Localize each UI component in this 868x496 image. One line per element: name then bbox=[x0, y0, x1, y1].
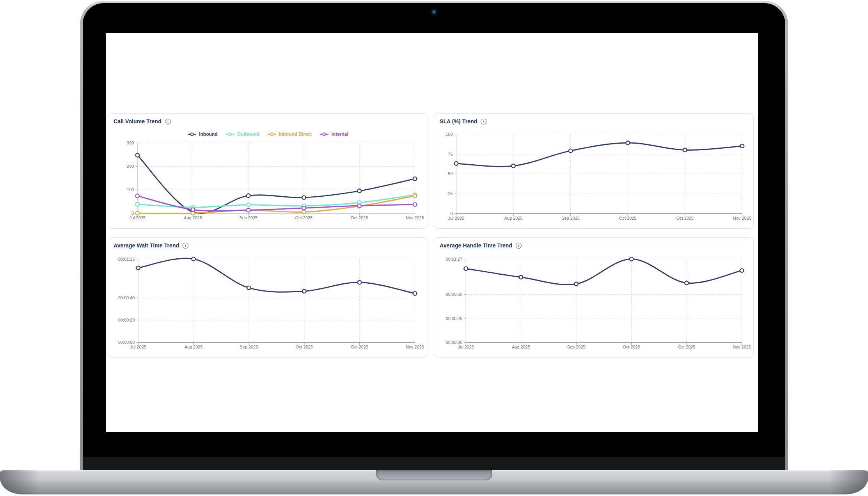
call-volume-trend-chart[interactable]: 0100200300Jul 2025Aug 2025Sep 2025Oct 20… bbox=[108, 114, 428, 228]
x-axis-label: Oct 2025 bbox=[678, 345, 695, 349]
info-icon[interactable]: i bbox=[183, 243, 188, 249]
data-point-marker[interactable] bbox=[413, 292, 417, 295]
data-point-marker[interactable] bbox=[302, 206, 306, 210]
data-point-marker[interactable] bbox=[136, 153, 140, 157]
chart-legend: Inbound Outbound Inbound Direct Internal bbox=[108, 132, 428, 137]
average-wait-time-trend-chart[interactable]: 00:00:0000:00:2000:00:4000:01:15Jul 2025… bbox=[108, 238, 428, 357]
y-axis-label: 300 bbox=[127, 140, 134, 145]
y-axis-label: 100 bbox=[127, 187, 134, 192]
info-icon[interactable]: i bbox=[481, 119, 486, 124]
y-axis-label: 75 bbox=[448, 152, 453, 156]
y-axis-label: 00:00:25 bbox=[446, 316, 462, 321]
data-point-marker[interactable] bbox=[569, 149, 573, 153]
data-point-marker[interactable] bbox=[464, 267, 468, 270]
data-point-marker[interactable] bbox=[357, 204, 361, 208]
y-axis-label: 00:00:00 bbox=[446, 340, 462, 345]
data-point-marker[interactable] bbox=[740, 268, 744, 272]
y-axis-label: 0 bbox=[450, 211, 453, 216]
x-axis-label: Oct 2025 bbox=[295, 215, 312, 220]
legend-label: Inbound bbox=[199, 132, 217, 137]
series-line bbox=[456, 143, 742, 167]
series-line bbox=[137, 155, 415, 213]
legend-line-marker-icon bbox=[320, 132, 329, 136]
sla-trend-chart[interactable]: 0255075100Jul 2025Aug 2025Sep 2025Oct 20… bbox=[434, 114, 753, 228]
x-axis-label: Nov 2025 bbox=[406, 345, 424, 349]
legend-line-marker-icon bbox=[225, 132, 235, 136]
data-point-marker[interactable] bbox=[511, 164, 515, 168]
data-point-marker[interactable] bbox=[683, 148, 687, 152]
x-axis-label: Sep 2025 bbox=[561, 216, 580, 220]
data-point-marker[interactable] bbox=[247, 286, 251, 290]
card-title: Average Wait Time Trend bbox=[114, 242, 179, 249]
series-line bbox=[138, 258, 415, 293]
y-axis-label: 100 bbox=[446, 132, 453, 137]
x-axis-label: Nov 2025 bbox=[733, 345, 751, 349]
data-point-marker[interactable] bbox=[519, 276, 523, 279]
data-point-marker[interactable] bbox=[136, 266, 140, 270]
x-axis-label: Oct 2025 bbox=[676, 216, 694, 220]
legend-item-internal[interactable]: Internal bbox=[320, 132, 348, 137]
card-title: Average Handle Time Trend bbox=[440, 242, 512, 249]
data-point-marker[interactable] bbox=[685, 281, 689, 285]
card-header: SLA (%) Trend i bbox=[440, 118, 486, 124]
data-point-marker[interactable] bbox=[192, 257, 195, 261]
data-point-marker[interactable] bbox=[357, 189, 361, 193]
data-point-marker[interactable] bbox=[626, 141, 630, 145]
x-axis-label: Aug 2025 bbox=[512, 345, 530, 349]
series-line bbox=[137, 196, 415, 213]
data-point-marker[interactable] bbox=[247, 203, 250, 207]
x-axis-label: Sep 2025 bbox=[567, 345, 586, 349]
data-point-marker[interactable] bbox=[191, 208, 195, 212]
x-axis-label: Nov 2025 bbox=[406, 215, 424, 220]
card-header: Call Volume Trend i bbox=[114, 118, 171, 124]
data-point-marker[interactable] bbox=[574, 282, 578, 286]
legend-item-outbound[interactable]: Outbound bbox=[225, 132, 259, 137]
info-icon[interactable]: i bbox=[165, 119, 171, 124]
data-point-marker[interactable] bbox=[136, 211, 140, 215]
y-axis-label: 25 bbox=[448, 191, 453, 196]
data-point-marker[interactable] bbox=[247, 208, 250, 212]
card-average-handle-time-trend: Average Handle Time Trend i 00:00:0000:0… bbox=[434, 237, 754, 357]
card-title: SLA (%) Trend bbox=[440, 118, 477, 124]
x-axis-label: Nov 2025 bbox=[733, 216, 751, 220]
x-axis-label: Oct 2025 bbox=[623, 345, 640, 349]
data-point-marker[interactable] bbox=[247, 194, 250, 198]
legend-label: Internal bbox=[331, 132, 348, 137]
average-handle-time-trend-chart[interactable]: 00:00:0000:00:2500:00:5000:01:27Jul 2025… bbox=[434, 238, 753, 357]
x-axis-label: Oct 2025 bbox=[296, 345, 313, 349]
laptop-hinge-notch bbox=[376, 470, 492, 480]
y-axis-label: 00:00:00 bbox=[118, 340, 135, 345]
data-point-marker[interactable] bbox=[454, 162, 458, 165]
info-icon[interactable]: i bbox=[516, 243, 522, 249]
x-axis-label: Sep 2025 bbox=[239, 215, 257, 220]
webcam-icon bbox=[430, 8, 438, 16]
data-point-marker[interactable] bbox=[136, 203, 140, 206]
x-axis-label: Aug 2025 bbox=[185, 345, 203, 349]
data-point-marker[interactable] bbox=[740, 144, 744, 148]
card-call-volume-trend: Call Volume Trend i Inbound Outbound Inb… bbox=[108, 113, 428, 229]
x-axis-label: Oct 2025 bbox=[351, 215, 368, 220]
data-point-marker[interactable] bbox=[413, 203, 417, 206]
card-sla-trend: SLA (%) Trend i 0255075100Jul 2025Aug 20… bbox=[434, 113, 754, 229]
data-point-marker[interactable] bbox=[302, 210, 306, 214]
y-axis-label: 00:00:50 bbox=[446, 292, 462, 297]
x-axis-label: Aug 2025 bbox=[504, 216, 523, 220]
x-axis-label: Aug 2025 bbox=[184, 215, 202, 220]
data-point-marker[interactable] bbox=[413, 194, 417, 198]
data-point-marker[interactable] bbox=[136, 194, 140, 198]
legend-item-inbound-direct[interactable]: Inbound Direct bbox=[267, 132, 312, 137]
data-point-marker[interactable] bbox=[358, 281, 362, 284]
legend-label: Inbound Direct bbox=[279, 132, 312, 137]
data-point-marker[interactable] bbox=[302, 196, 306, 199]
page-canvas: Call Volume Trend i Inbound Outbound Inb… bbox=[0, 0, 868, 496]
data-point-marker[interactable] bbox=[630, 257, 634, 261]
card-title: Call Volume Trend bbox=[114, 118, 162, 124]
data-point-marker[interactable] bbox=[413, 177, 417, 181]
card-header: Average Wait Time Trend i bbox=[114, 242, 188, 249]
y-axis-label: 00:01:15 bbox=[118, 257, 135, 261]
x-axis-label: Jul 2025 bbox=[130, 215, 146, 220]
x-axis-label: Jul 2025 bbox=[448, 216, 464, 220]
legend-item-inbound[interactable]: Inbound bbox=[187, 132, 217, 137]
data-point-marker[interactable] bbox=[302, 289, 306, 293]
y-axis-label: 200 bbox=[127, 164, 134, 169]
